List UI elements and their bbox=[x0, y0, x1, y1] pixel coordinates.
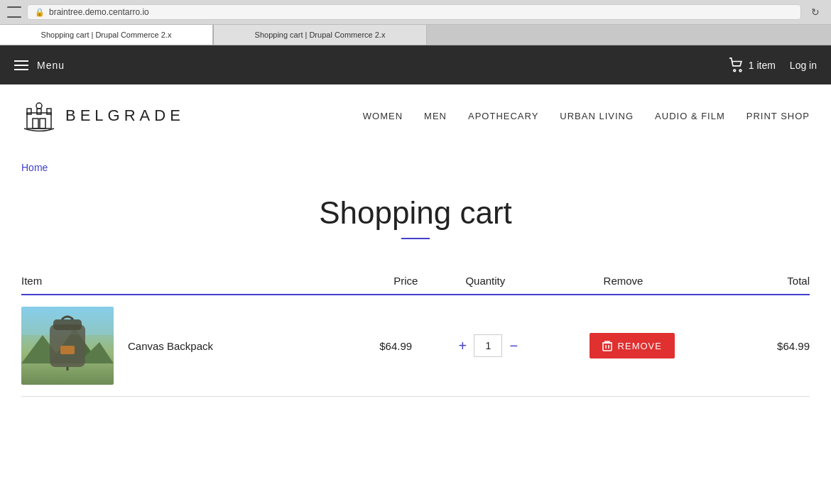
svg-rect-18 bbox=[603, 343, 612, 351]
address-bar[interactable]: 🔒 braintree.demo.centarro.io bbox=[27, 4, 801, 20]
cart-count: 1 item bbox=[749, 60, 776, 71]
cart-button[interactable]: 1 item bbox=[729, 57, 776, 73]
refresh-button[interactable]: ↻ bbox=[807, 5, 824, 19]
remove-label: REMOVE bbox=[618, 341, 662, 351]
col-header-quantity: Quantity bbox=[451, 268, 589, 295]
nav-print-shop[interactable]: PRINT SHOP bbox=[746, 111, 810, 121]
svg-rect-6 bbox=[33, 119, 38, 128]
product-image bbox=[21, 307, 114, 385]
page-title: Shopping cart bbox=[21, 195, 810, 231]
sidebar-toggle[interactable] bbox=[7, 6, 21, 18]
main-nav: WOMEN MEN APOTHECARY URBAN LIVING AUDIO … bbox=[363, 111, 810, 121]
svg-point-1 bbox=[739, 69, 742, 71]
product-name: Canvas Backpack bbox=[128, 340, 213, 352]
nav-men[interactable]: MEN bbox=[424, 111, 447, 121]
brand-logo[interactable]: BELGRADE bbox=[21, 99, 185, 133]
page-title-section: Shopping cart bbox=[21, 181, 810, 246]
price-cell: $64.99 bbox=[379, 295, 451, 397]
menu-label: Menu bbox=[37, 60, 65, 71]
svg-rect-3 bbox=[27, 109, 31, 114]
hamburger-icon bbox=[14, 60, 28, 70]
nav-urban-living[interactable]: URBAN LIVING bbox=[560, 111, 634, 121]
svg-rect-15 bbox=[53, 319, 82, 330]
col-header-total: Total bbox=[749, 268, 810, 295]
col-header-price: Price bbox=[379, 268, 451, 295]
nav-women[interactable]: WOMEN bbox=[363, 111, 403, 121]
cart-table: Item Price Quantity Remove Total bbox=[21, 268, 810, 397]
title-underline bbox=[401, 238, 430, 239]
browser-tab-bar: Shopping cart | Drupal Commerce 2.x Shop… bbox=[0, 25, 831, 45]
brand-nav: BELGRADE WOMEN MEN APOTHECARY URBAN LIVI… bbox=[0, 84, 831, 147]
total-cell: $64.99 bbox=[749, 295, 810, 397]
svg-point-0 bbox=[734, 69, 736, 71]
breadcrumb: Home bbox=[21, 147, 810, 181]
table-row: Canvas Backpack $64.99 + − bbox=[21, 295, 810, 397]
remove-cell: REMOVE bbox=[590, 295, 749, 397]
brand-name: BELGRADE bbox=[65, 106, 185, 125]
menu-button[interactable]: Menu bbox=[14, 60, 65, 71]
quantity-input[interactable] bbox=[474, 334, 502, 357]
main-content: Home Shopping cart Item Price Quantity R… bbox=[0, 147, 831, 425]
col-header-item: Item bbox=[21, 268, 379, 295]
brand-logo-icon bbox=[21, 99, 57, 133]
product-cell: Canvas Backpack bbox=[21, 307, 379, 385]
svg-rect-5 bbox=[47, 109, 51, 114]
svg-rect-7 bbox=[40, 119, 45, 128]
svg-rect-2 bbox=[27, 113, 51, 128]
cart-icon bbox=[729, 57, 744, 73]
url-text: braintree.demo.centarro.io bbox=[49, 7, 149, 17]
browser-tab-2[interactable]: Shopping cart | Drupal Commerce 2.x bbox=[214, 25, 427, 45]
trash-icon bbox=[602, 340, 612, 351]
product-image-svg bbox=[21, 307, 114, 385]
svg-rect-4 bbox=[37, 109, 41, 114]
top-nav: Menu 1 item Log in bbox=[0, 45, 831, 84]
breadcrumb-home[interactable]: Home bbox=[21, 162, 48, 173]
col-header-remove: Remove bbox=[590, 268, 749, 295]
lock-icon: 🔒 bbox=[35, 8, 45, 17]
browser-chrome: 🔒 braintree.demo.centarro.io ↻ bbox=[0, 0, 831, 25]
quantity-control: + − bbox=[451, 334, 589, 357]
browser-tab-1[interactable]: Shopping cart | Drupal Commerce 2.x bbox=[0, 25, 213, 45]
nav-apothecary[interactable]: APOTHECARY bbox=[468, 111, 538, 121]
login-button[interactable]: Log in bbox=[790, 60, 817, 71]
nav-audio-film[interactable]: AUDIO & FILM bbox=[655, 111, 725, 121]
svg-point-8 bbox=[36, 103, 42, 109]
item-cell: Canvas Backpack bbox=[21, 295, 379, 397]
quantity-decrease-button[interactable]: − bbox=[502, 334, 525, 357]
nav-right: 1 item Log in bbox=[729, 57, 817, 73]
remove-button[interactable]: REMOVE bbox=[590, 333, 675, 358]
quantity-increase-button[interactable]: + bbox=[451, 334, 474, 357]
quantity-cell: + − bbox=[451, 295, 589, 397]
svg-rect-16 bbox=[60, 346, 75, 354]
